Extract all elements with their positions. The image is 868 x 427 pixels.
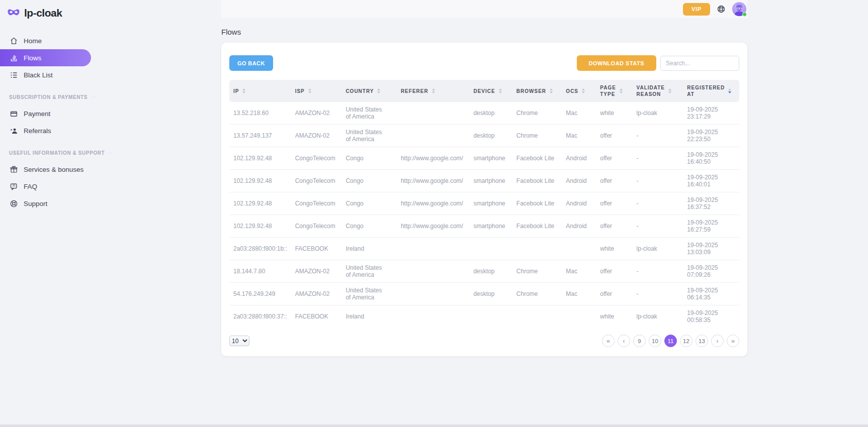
table-cell: 54.176.249.249	[229, 283, 291, 305]
sidebar-item-payment[interactable]: Payment	[0, 105, 91, 122]
sidebar-item-label: Home	[24, 37, 42, 45]
table-cell: 13.52.218.60	[229, 102, 291, 125]
table-row: 54.176.249.249AMAZON-02United States of …	[229, 283, 739, 305]
table-cell	[512, 238, 562, 260]
table-cell	[562, 238, 596, 260]
sort-icon[interactable]	[582, 88, 585, 93]
sidebar-item-services-bonuses[interactable]: Services & bonuses	[0, 161, 91, 178]
table-cell: 19-09-2025 06:14:35	[683, 283, 739, 305]
sidebar-item-label: Referrals	[24, 127, 51, 135]
sort-icon[interactable]	[242, 88, 245, 93]
sidebar-nav: HomeFlowsBlack ListSubscription & paymen…	[0, 32, 101, 212]
page-button-13[interactable]: 13	[696, 335, 708, 347]
table-row: 102.129.92.48CongoTelecomCongohttp://www…	[229, 215, 739, 238]
table-cell: lp-cloak	[633, 238, 683, 260]
referrals-icon	[9, 126, 18, 135]
column-header-isp[interactable]: ISP	[291, 80, 342, 102]
table-cell: 19-09-2025 07:09:26	[683, 260, 739, 283]
column-header-ocs[interactable]: OCS	[562, 80, 596, 102]
table-footer: 10 «‹910111213›»	[229, 335, 739, 347]
column-header-device[interactable]: DEVICE	[469, 80, 512, 102]
table-cell: 18.144.7.80	[229, 260, 291, 283]
next-page-button[interactable]: ›	[711, 335, 724, 347]
download-stats-button[interactable]: DOWNLOAD STATS	[577, 55, 656, 71]
globe-icon[interactable]	[717, 5, 726, 14]
table-cell: Mac	[562, 102, 596, 125]
sidebar: lp-cloak HomeFlowsBlack ListSubscription…	[0, 0, 101, 427]
brand-logo[interactable]: lp-cloak	[0, 0, 101, 20]
flows-table: IPISPCOUNTRYREFERERDEVICEBROWSEROCSPAGE …	[229, 80, 739, 328]
search-input[interactable]	[660, 56, 739, 71]
sidebar-item-support[interactable]: Support	[0, 195, 91, 212]
table-cell: United States of America	[341, 260, 397, 283]
sidebar-item-black-list[interactable]: Black List	[0, 66, 91, 83]
table-cell: Facebook Lite	[512, 192, 562, 215]
table-cell: Chrome	[512, 125, 562, 147]
table-cell: -	[633, 283, 683, 305]
table-cell	[397, 260, 470, 283]
column-label: DEVICE	[473, 88, 495, 94]
sort-icon[interactable]	[620, 88, 623, 93]
column-label: OCS	[566, 88, 578, 94]
sort-icon[interactable]	[550, 88, 553, 93]
last-page-button[interactable]: »	[727, 335, 739, 347]
table-cell: offer	[596, 147, 632, 170]
vip-button[interactable]: VIP	[683, 3, 710, 16]
table-cell: white	[596, 305, 632, 328]
table-cell: Congo	[341, 192, 397, 215]
sidebar-item-label: FAQ	[24, 183, 37, 190]
sort-icon[interactable]	[668, 88, 671, 93]
avatar[interactable]	[732, 2, 746, 16]
table-cell: smartphone	[469, 215, 512, 238]
column-header-registered-at[interactable]: REGISTERED AT	[683, 80, 739, 102]
table-cell: 19-09-2025 00:58:35	[683, 305, 739, 328]
table-cell: Chrome	[512, 260, 562, 283]
sort-icon[interactable]	[728, 88, 731, 93]
column-header-referer[interactable]: REFERER	[397, 80, 470, 102]
table-cell: desktop	[469, 102, 512, 125]
sidebar-item-home[interactable]: Home	[0, 32, 91, 49]
flows-icon	[9, 53, 18, 62]
sort-icon[interactable]	[432, 88, 435, 93]
sidebar-item-label: Flows	[24, 54, 41, 62]
page-button-12[interactable]: 12	[680, 335, 692, 347]
column-header-ip[interactable]: IP	[229, 80, 291, 102]
sort-icon[interactable]	[308, 88, 311, 93]
prev-page-button[interactable]: ‹	[618, 335, 630, 347]
bottom-scrollbar-track[interactable]	[0, 424, 868, 427]
table-header-row: IPISPCOUNTRYREFERERDEVICEBROWSEROCSPAGE …	[229, 80, 739, 102]
table-cell	[512, 305, 562, 328]
table-cell: Mac	[562, 260, 596, 283]
page-size-select[interactable]: 10	[229, 336, 249, 346]
column-header-page-type[interactable]: PAGE TYPE	[596, 80, 632, 102]
sidebar-item-label: Black List	[24, 71, 53, 79]
go-back-button[interactable]: GO BACK	[229, 55, 273, 71]
table-cell: offer	[596, 260, 632, 283]
sidebar-item-flows[interactable]: Flows	[0, 49, 91, 66]
table-cell: Ireland	[341, 238, 397, 260]
table-cell	[397, 238, 470, 260]
toolbar: GO BACK DOWNLOAD STATS	[229, 55, 739, 71]
page-button-11[interactable]: 11	[664, 335, 677, 347]
table-cell: Ireland	[341, 305, 397, 328]
table-cell: Congo	[341, 215, 397, 238]
column-header-country[interactable]: COUNTRY	[341, 80, 397, 102]
table-cell: 19-09-2025 13:03:09	[683, 238, 739, 260]
table-cell: Android	[562, 215, 596, 238]
column-label: COUNTRY	[345, 88, 374, 94]
column-header-validate-reason[interactable]: VALIDATE REASON	[633, 80, 683, 102]
table-cell: http://www.google.com/	[397, 192, 470, 215]
sort-icon[interactable]	[499, 88, 502, 93]
table-cell: Facebook Lite	[512, 170, 562, 192]
table-cell: -	[633, 215, 683, 238]
main-area: VIP	[101, 0, 868, 427]
sort-icon[interactable]	[377, 88, 380, 93]
page-button-9[interactable]: 9	[633, 335, 646, 347]
sidebar-item-faq[interactable]: ?!FAQ	[0, 178, 91, 195]
sidebar-item-referrals[interactable]: Referrals	[0, 122, 91, 139]
table-cell: 13.57.249.137	[229, 125, 291, 147]
page-button-10[interactable]: 10	[649, 335, 661, 347]
first-page-button[interactable]: «	[602, 335, 615, 347]
table-cell: -	[633, 147, 683, 170]
column-header-browser[interactable]: BROWSER	[512, 80, 562, 102]
